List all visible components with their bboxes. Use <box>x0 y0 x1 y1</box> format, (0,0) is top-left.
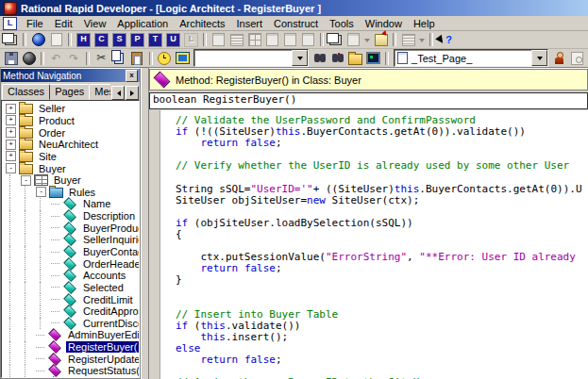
expand-toggle[interactable]: + <box>6 140 16 150</box>
context-help-icon[interactable]: ? <box>436 32 454 47</box>
tree-item-buyerproducts[interactable]: BuyerProducts <box>6 222 139 234</box>
open-folder-icon[interactable] <box>346 51 364 66</box>
windows-overlap-icon[interactable] <box>327 32 344 47</box>
code-lines[interactable]: // Validate the UserPassword and Confirm… <box>160 110 588 379</box>
panel-splitter[interactable] <box>141 68 149 379</box>
letter-c-icon[interactable]: C <box>92 32 110 47</box>
sort-tool-icon[interactable] <box>399 32 417 47</box>
search-combo-dropdown-button[interactable] <box>292 50 308 66</box>
tree-item-creditapproval[interactable]: CreditApproval <box>6 305 139 318</box>
print-preview-icon[interactable] <box>568 51 586 66</box>
grayed-tool-6-icon[interactable] <box>299 32 317 47</box>
letter-s-icon[interactable]: S <box>110 32 128 47</box>
wizard-icon[interactable] <box>156 51 174 66</box>
save-icon[interactable] <box>2 51 20 66</box>
expand-toggle[interactable]: - <box>6 163 16 173</box>
menu-file[interactable]: File <box>21 17 49 30</box>
left-arrow-icon <box>114 91 121 96</box>
grayed-tool-4-icon[interactable] <box>263 32 281 47</box>
tab-pages[interactable]: Pages <box>49 84 90 100</box>
letter-h-icon[interactable]: H <box>75 32 92 47</box>
grayed-tool-5-icon[interactable] <box>281 32 299 47</box>
letter-p-icon[interactable]: P <box>128 32 146 47</box>
tab-scroll-right-button[interactable] <box>126 86 139 100</box>
tree-item-sellerinquiries[interactable]: SellerInquiries <box>6 234 139 246</box>
menu-window[interactable]: Window <box>360 17 408 30</box>
expand-toggle[interactable]: - <box>36 187 46 197</box>
page-combo-dropdown-button[interactable] <box>531 50 547 66</box>
copy-icon[interactable] <box>110 51 128 66</box>
tree-item-currentdiscour[interactable]: CurrentDiscour <box>6 318 139 330</box>
folder-icon <box>19 140 33 150</box>
letter-u-icon[interactable]: U <box>164 32 182 47</box>
go-to-page-icon[interactable] <box>550 51 568 66</box>
grayed-tool-3-icon[interactable] <box>245 32 263 47</box>
diamond-magenta-icon <box>48 329 61 342</box>
tree-item-requeststatus[interactable]: RequestStatus( ) <box>6 365 139 377</box>
expand-toggle[interactable]: + <box>6 104 16 114</box>
letter-l-icon[interactable]: L <box>182 32 200 47</box>
properties-book-icon[interactable] <box>372 32 390 47</box>
tree-item-order[interactable]: +Order <box>6 126 139 139</box>
expand-toggle[interactable]: + <box>6 115 16 125</box>
grayed-tool-2-icon[interactable] <box>227 32 245 47</box>
tree-item-description[interactable]: Description <box>6 210 139 222</box>
snapshot-icon[interactable] <box>174 51 192 66</box>
tree-item-registerbuyer[interactable]: RegisterBuyer( ) <box>6 341 139 354</box>
menu-view[interactable]: View <box>78 17 112 30</box>
tree-item-showcolumns[interactable]: ShowColumns( ) <box>6 377 139 378</box>
menu-construct[interactable]: Construct <box>268 17 324 30</box>
run-monitor-icon[interactable] <box>364 51 382 66</box>
tree-item-label: Buyer <box>52 174 83 186</box>
paste-icon[interactable] <box>128 51 146 66</box>
window-cascade-icon[interactable] <box>2 32 20 47</box>
cut-icon[interactable]: ✂ <box>92 51 110 66</box>
tree-item-selected[interactable]: Selected <box>6 282 139 294</box>
letter-t-icon[interactable]: T <box>146 32 164 47</box>
menu-edit[interactable]: Edit <box>49 17 78 30</box>
tab-messages[interactable]: Messages <box>89 84 110 100</box>
expand-toggle[interactable]: + <box>6 151 16 161</box>
tab-scroll-left-button[interactable] <box>111 86 125 100</box>
tree-item-buyercontacts[interactable]: BuyerContacts <box>6 246 139 258</box>
page-file-icon <box>397 52 408 64</box>
tab-classes[interactable]: Classes <box>2 84 50 100</box>
undo-icon[interactable]: ↶ <box>47 51 65 66</box>
dropdown-1-icon[interactable] <box>362 32 372 47</box>
open-object-icon[interactable] <box>47 32 65 47</box>
page-combo[interactable]: _Test_Page_ <box>394 49 548 67</box>
redo-icon[interactable]: ↷ <box>65 51 83 66</box>
grayed-tool-7-icon[interactable] <box>344 32 362 47</box>
menu-insert[interactable]: Insert <box>230 17 268 30</box>
search-combo[interactable] <box>193 49 310 67</box>
grayed-tool-1-icon[interactable] <box>210 32 227 47</box>
tree-item-orderheaders[interactable]: OrderHeaders <box>6 257 139 270</box>
tree-item-accounts[interactable]: Accounts <box>6 270 139 282</box>
tree-item-buyer[interactable]: -Buyer <box>6 162 139 174</box>
tree-item-neuarchitect[interactable]: +NeuArchitect <box>6 139 139 151</box>
build-icon[interactable] <box>20 51 38 66</box>
method-signature[interactable]: boolean RegisterBuyer() <box>149 92 588 109</box>
menu-application[interactable]: Application <box>111 17 174 30</box>
tree-item-rules[interactable]: -Rules <box>6 186 139 198</box>
tree-item-adminbuyeredit[interactable]: AdminBuyerEdit( ) <box>6 329 139 341</box>
menu-tools[interactable]: Tools <box>324 17 360 30</box>
expand-toggle[interactable]: + <box>6 127 16 138</box>
tree-item-seller[interactable]: +Seller <box>6 103 139 115</box>
tree-item-site[interactable]: +Site <box>6 151 139 163</box>
find-in-files-icon[interactable] <box>328 51 346 66</box>
dropdown-2-icon[interactable] <box>417 32 427 47</box>
find-icon[interactable] <box>311 51 328 66</box>
menu-help[interactable]: Help <box>408 17 441 30</box>
expand-toggle[interactable]: - <box>21 175 31 186</box>
globe-icon[interactable] <box>29 32 47 47</box>
tree-item-product[interactable]: +Product <box>6 115 139 127</box>
tree-item-name[interactable]: Name <box>6 198 139 210</box>
tree-item-registerupdatebuy[interactable]: RegisterUpdateBuy <box>6 353 139 365</box>
tree-item-creditlimit[interactable]: CreditLimit <box>6 293 139 305</box>
tree-item-buyer[interactable]: -Buyer <box>6 174 139 187</box>
menu-architects[interactable]: Architects <box>174 17 230 30</box>
panel-close-button[interactable]: x <box>126 70 138 82</box>
logic-document-icon[interactable]: L <box>3 17 17 30</box>
code-area[interactable]: // Validate the UserPassword and Confirm… <box>149 110 588 379</box>
